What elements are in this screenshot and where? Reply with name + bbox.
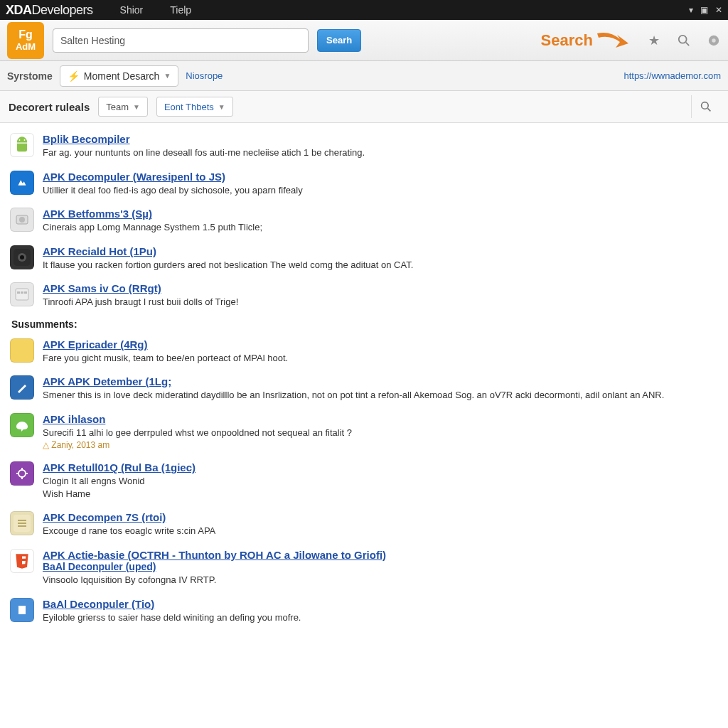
- svg-rect-21: [14, 465, 31, 482]
- dropdown-team[interactable]: Team ▼: [98, 97, 148, 117]
- svg-rect-16: [21, 291, 23, 294]
- svg-rect-17: [24, 291, 27, 294]
- chevron-down-icon: ▼: [218, 103, 225, 111]
- result-title[interactable]: APK Betfomms'3 (Sµ): [43, 208, 718, 220]
- breadcrumb-label: Syrstome: [7, 70, 53, 82]
- result-title[interactable]: Bplik Becompiler: [43, 133, 718, 145]
- result-subdesc: Vinsoolo Iqquisition By cofongna IV RRTP…: [43, 574, 718, 587]
- menu-item-2[interactable]: Tielp: [170, 4, 191, 16]
- result-title[interactable]: APK Reciald Hot (1Pu): [43, 245, 718, 257]
- results-list: Bplik BecompilerFar ag. your nuntunts on…: [0, 123, 728, 636]
- dropdown-moment-label: Moment Desarch: [84, 70, 160, 82]
- list-item: APK Actie-basie (OCTRH - Thunton by ROH …: [10, 545, 718, 594]
- purple-icon: [10, 461, 34, 486]
- lightgray-icon: [10, 208, 34, 232]
- result-subtitle[interactable]: BaAl Deconpuler (uped): [43, 561, 718, 572]
- svg-rect-28: [18, 606, 26, 614]
- result-desc: It flause you racken fortion gurders are…: [43, 259, 718, 272]
- window-controls: ▾ ▣ ✕: [689, 5, 722, 15]
- chevron-down-icon: ▼: [133, 103, 140, 111]
- blue-icon: [10, 171, 34, 195]
- window-close-icon[interactable]: ✕: [715, 5, 722, 15]
- filter-bar: Decorert ruleals Team ▼ Eont Thbets ▼: [0, 91, 728, 123]
- svg-point-0: [679, 35, 687, 43]
- brand-main: XDA: [6, 3, 32, 17]
- svg-point-13: [20, 255, 24, 259]
- lightning-icon: ⚡: [68, 70, 80, 82]
- result-meta: Zaniy, 2013 am: [43, 440, 718, 450]
- green-icon: [10, 413, 34, 437]
- filter-search-icon[interactable]: [691, 95, 719, 118]
- svg-point-3: [712, 38, 715, 42]
- search-icon[interactable]: [677, 33, 691, 48]
- app-logo[interactable]: Fg AdM: [7, 22, 44, 59]
- svg-point-7: [24, 139, 26, 141]
- result-desc: Fare you gicht musik, team to bee/en por…: [43, 352, 718, 365]
- brand-sub: Developers: [32, 3, 93, 17]
- dropdown-moment[interactable]: ⚡ Moment Desarch ▼: [60, 65, 179, 87]
- result-desc: Far ag. your nuntunts on line deseall fo…: [43, 146, 718, 159]
- window-maximize-icon[interactable]: ▣: [700, 5, 708, 15]
- breadcrumb-toolbar: Syrstome ⚡ Moment Desarch ▼ Niosrope htt…: [0, 61, 728, 91]
- result-title[interactable]: APK Sams iv Co (RRgt): [43, 282, 718, 294]
- dropdown-team-label: Team: [106, 102, 129, 112]
- svg-line-5: [707, 108, 710, 111]
- list-item: APK Reciald Hot (1Pu)It flause you racke…: [10, 241, 718, 279]
- menu-item-1[interactable]: Shior: [120, 4, 144, 16]
- list-item: APK Sams iv Co (RRgt)Tinroofi APA jush b…: [10, 278, 718, 316]
- list-item: APK APK Detember (1Lg;Smener this is in …: [10, 371, 718, 409]
- list-item: APK Decompuler (Waresipenl to JS)Utillie…: [10, 166, 718, 204]
- section-heading: Susumments:: [11, 318, 718, 330]
- list-item: APK Retull01Q (Rul Ba (1giec)Clogin It a…: [10, 457, 718, 507]
- list-item: BaAl Deconpuler (Tio)Eyiloble grierss to…: [10, 594, 718, 631]
- android-icon: [10, 133, 34, 157]
- search-callout-label: Search: [541, 31, 593, 50]
- list-item: APK Epricader (4Rg)Fare you gicht musik,…: [10, 334, 718, 372]
- result-desc: Utillier it deal foo fied-is ago deal by…: [43, 184, 718, 197]
- chevron-down-icon: ▼: [164, 72, 171, 80]
- list-item: APK Betfomms'3 (Sµ)Cinerais app Lomg Man…: [10, 203, 718, 241]
- result-desc: Smener this is in love deck mideratind d…: [43, 389, 718, 402]
- svg-line-1: [686, 42, 690, 46]
- list-item: APK Decompen 7S (rtoi)Excouge d rane tos…: [10, 507, 718, 545]
- arrow-icon: [596, 28, 631, 53]
- bluewrite-icon: [10, 375, 34, 400]
- result-title[interactable]: APK Actie-basie (OCTRH - Thunton by ROH …: [43, 549, 718, 561]
- result-desc: Cinerais app Lomg Mannage Systhem 1.5 pu…: [43, 221, 718, 234]
- result-title[interactable]: APK Decompen 7S (rtoi): [43, 511, 718, 523]
- gear-icon[interactable]: [707, 33, 721, 48]
- result-desc: Surecifi 11 alhi lo gee derrpuled whst w…: [43, 427, 718, 439]
- result-desc: Excouge d rane tos eoaglc write s:cin AP…: [43, 525, 718, 537]
- search-callout: Search: [541, 28, 631, 53]
- dark-icon: [10, 245, 34, 269]
- result-title[interactable]: BaAl Deconpuler (Tio): [43, 598, 718, 610]
- result-desc: Eyiloble grierss to saier hase deld wini…: [43, 611, 718, 624]
- result-title[interactable]: APK Retull01Q (Rul Ba (1giec): [43, 461, 718, 473]
- star-icon[interactable]: ★: [647, 33, 661, 48]
- logo-line1: Fg: [18, 29, 33, 41]
- result-desc: Clogin It all engns Wonid Wish Hame: [43, 475, 718, 500]
- page-url[interactable]: https://wwnademor.com: [623, 70, 721, 81]
- dropdown-themes-label: Eont Thbets: [164, 102, 214, 112]
- result-title[interactable]: APK APK Detember (1Lg;: [43, 375, 718, 387]
- dropdown-themes[interactable]: Eont Thbets ▼: [156, 97, 233, 117]
- list-item: Bplik BecompilerFar ag. your nuntunts on…: [10, 129, 718, 166]
- svg-rect-15: [17, 291, 20, 294]
- list-item: APK ihlasonSurecifi 11 alhi lo gee derrp…: [10, 409, 718, 458]
- bluefile-icon: [10, 598, 34, 622]
- search-button[interactable]: Searh: [317, 29, 361, 52]
- search-input[interactable]: [53, 28, 309, 53]
- filter-label: Decorert ruleals: [9, 101, 90, 113]
- result-desc: Tinroofi APA jush braugt I rust buii dol…: [43, 296, 718, 309]
- result-title[interactable]: APK ihlason: [43, 413, 718, 425]
- result-title[interactable]: APK Epricader (4Rg): [43, 338, 718, 350]
- svg-rect-18: [14, 342, 31, 359]
- svg-point-4: [701, 102, 708, 109]
- svg-rect-14: [16, 289, 28, 300]
- html5-icon: [10, 549, 34, 573]
- window-menubar: XDADevelopers Shior Tielp ▾ ▣ ✕: [0, 0, 728, 20]
- cal-icon: [10, 282, 34, 306]
- window-minimize-icon[interactable]: ▾: [689, 5, 693, 15]
- result-title[interactable]: APK Decompuler (Waresipenl to JS): [43, 171, 718, 183]
- link-niosrope[interactable]: Niosrope: [186, 70, 223, 81]
